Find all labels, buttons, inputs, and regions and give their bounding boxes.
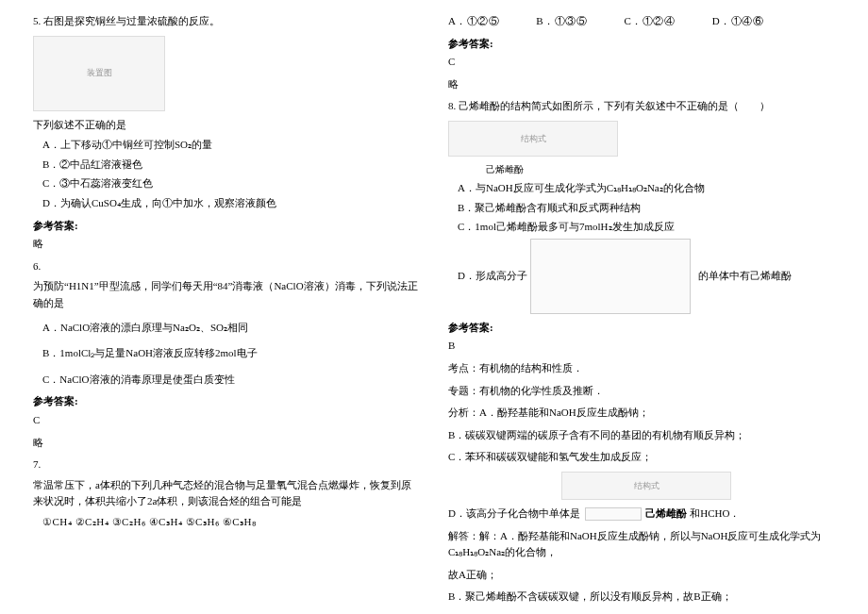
q6-num: 6. <box>33 258 420 275</box>
q7-choice-b: B．①③⑤ <box>536 13 621 30</box>
q7-stem: 常温常压下，a体积的下列几种气态烃的混合物与足量氧气混合点燃爆炸，恢复到原来状况… <box>33 477 420 510</box>
q8-jd-a: 解答：解：A．酚羟基能和NaOH反应生成酚钠，所以与NaOH反应可生成化学式为C… <box>448 528 835 561</box>
q8-fx-d-suffix: 和HCHO． <box>690 507 740 519</box>
q8-figure-label: 己烯雌酚 <box>486 162 835 177</box>
q8-polymer-figure <box>530 239 691 314</box>
q8-fx-d-mid: 己烯雌酚 <box>645 507 687 519</box>
q8-fx-c: C．苯环和碳碳双键能和氢气发生加成反应； <box>448 449 835 466</box>
q8-fx-c-figure-wrap: 结构式 <box>561 472 835 500</box>
q8-fx-d-prefix: D．该高分子化合物中单体是 <box>448 507 580 519</box>
q5-figure: 装置图 <box>33 36 165 111</box>
q6-answer: 略 <box>33 435 420 452</box>
q8-option-a: A．与NaOH反应可生成化学式为C₁₈H₁₈O₂Na₂的化合物 <box>458 180 835 197</box>
q8-option-d-suffix: 的单体中有己烯雌酚 <box>698 269 792 280</box>
q8-figure: 结构式 <box>448 121 618 157</box>
q7-answer: 略 <box>448 76 835 93</box>
q8-stem: 8. 己烯雌酚的结构简式如图所示，下列有关叙述中不正确的是（ ） <box>448 98 835 115</box>
left-column: 5. 右图是探究铜丝与过量浓硫酸的反应。 装置图 下列叙述不正确的是 A．上下移… <box>19 9 434 605</box>
q8-answer-letter: B <box>448 338 835 355</box>
q5-option-b: B．②中品红溶液褪色 <box>42 157 420 174</box>
right-column: A．①②⑤ B．①③⑤ C．①②④ D．①④⑥ 参考答案: C 略 8. 己烯雌… <box>434 9 849 605</box>
q8-jd-b: B．聚己烯雌酚不含碳碳双键，所以没有顺反异构，故B正确； <box>448 589 835 605</box>
q8-figure-wrap: 结构式 己烯雌酚 <box>448 121 835 177</box>
q5-answer: 略 <box>33 236 420 253</box>
q7-choice-a: A．①②⑤ <box>448 13 533 30</box>
q6-option-a: A．NaClO溶液的漂白原理与Na₂O₂、SO₂相同 <box>42 320 420 337</box>
q7-choice-d: D．①④⑥ <box>712 13 797 30</box>
q7-num: 7. <box>33 456 420 473</box>
q8-zt: 专题：有机物的化学性质及推断． <box>448 383 835 400</box>
q6-option-b: B．1molCl₂与足量NaOH溶液反应转移2mol电子 <box>42 345 420 362</box>
q6-answer-header: 参考答案: <box>33 393 420 410</box>
q8-answer-header: 参考答案: <box>448 320 835 337</box>
q8-option-b: B．聚己烯雌酚含有顺式和反式两种结构 <box>458 200 835 217</box>
q8-option-d-prefix: D．形成高分子 <box>458 269 527 280</box>
q7-answer-letter: C <box>448 54 835 71</box>
q5-answer-header: 参考答案: <box>33 218 420 235</box>
q8-option-d: D．形成高分子 的单体中有己烯雌酚 <box>458 239 835 314</box>
q8-fx-d-figure <box>585 507 642 521</box>
q6-option-c: C．NaClO溶液的消毒原理是使蛋白质变性 <box>42 372 420 389</box>
q7-choices: ①CH₄ ②C₂H₄ ③C₂H₆ ④C₃H₄ ⑤C₃H₆ ⑥C₃H₈ <box>42 514 420 531</box>
q7-answer-header: 参考答案: <box>448 36 835 53</box>
q5-option-d: D．为确认CuSO₄生成，向①中加水，观察溶液颜色 <box>42 195 420 212</box>
q6-answer-letter: C <box>33 412 420 429</box>
q8-fx-b: B．碳碳双键两端的碳原子含有不同的基团的有机物有顺反异构； <box>448 427 835 444</box>
q5-option-c: C．③中石蕊溶液变红色 <box>42 175 420 192</box>
q8-option-c: C．1mol己烯雌酚最多可与7molH₂发生加成反应 <box>458 219 835 236</box>
q8-fx-c-figure: 结构式 <box>561 472 731 500</box>
q5-option-a: A．上下移动①中铜丝可控制SO₂的量 <box>42 137 420 154</box>
q8-kd: 考点：有机物的结构和性质． <box>448 360 835 377</box>
q8-jd-a2: 故A正确； <box>448 567 835 584</box>
q6-stem: 为预防“H1N1”甲型流感，同学们每天用“84”消毒液（NaClO溶液）消毒，下… <box>33 278 420 311</box>
q5-followup: 下列叙述不正确的是 <box>33 117 420 134</box>
q7-choice-c: C．①②④ <box>625 13 709 30</box>
q8-fx-d: D．该高分子化合物中单体是 己烯雌酚 和HCHO． <box>448 506 835 523</box>
q8-fx-a: 分析：A．酚羟基能和NaOH反应生成酚钠； <box>448 405 835 422</box>
q7-mc-row: A．①②⑤ B．①③⑤ C．①②④ D．①④⑥ <box>448 13 835 30</box>
q5-stem: 5. 右图是探究铜丝与过量浓硫酸的反应。 <box>33 13 420 30</box>
